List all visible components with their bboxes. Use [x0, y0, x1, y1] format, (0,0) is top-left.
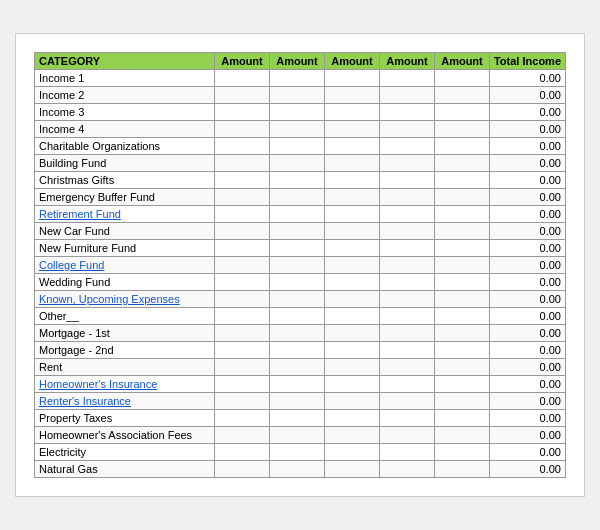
- amount-cell[interactable]: [324, 121, 379, 138]
- amount-cell[interactable]: [379, 121, 434, 138]
- amount-cell[interactable]: [324, 70, 379, 87]
- amount-cell[interactable]: [434, 189, 489, 206]
- amount-cell[interactable]: [324, 342, 379, 359]
- amount-cell[interactable]: [214, 155, 269, 172]
- amount-cell[interactable]: [379, 342, 434, 359]
- amount-cell[interactable]: [379, 172, 434, 189]
- amount-cell[interactable]: [379, 274, 434, 291]
- amount-cell[interactable]: [434, 121, 489, 138]
- amount-cell[interactable]: [379, 410, 434, 427]
- amount-cell[interactable]: [324, 138, 379, 155]
- amount-cell[interactable]: [269, 393, 324, 410]
- amount-cell[interactable]: [214, 172, 269, 189]
- amount-cell[interactable]: [324, 87, 379, 104]
- amount-cell[interactable]: [324, 189, 379, 206]
- amount-cell[interactable]: [379, 70, 434, 87]
- amount-cell[interactable]: [434, 461, 489, 478]
- amount-cell[interactable]: [434, 376, 489, 393]
- amount-cell[interactable]: [269, 410, 324, 427]
- amount-cell[interactable]: [269, 274, 324, 291]
- amount-cell[interactable]: [379, 87, 434, 104]
- amount-cell[interactable]: [379, 325, 434, 342]
- amount-cell[interactable]: [324, 172, 379, 189]
- amount-cell[interactable]: [434, 410, 489, 427]
- amount-cell[interactable]: [324, 444, 379, 461]
- amount-cell[interactable]: [324, 240, 379, 257]
- amount-cell[interactable]: [379, 427, 434, 444]
- amount-cell[interactable]: [214, 240, 269, 257]
- amount-cell[interactable]: [434, 206, 489, 223]
- amount-cell[interactable]: [434, 257, 489, 274]
- amount-cell[interactable]: [214, 121, 269, 138]
- amount-cell[interactable]: [434, 444, 489, 461]
- amount-cell[interactable]: [269, 257, 324, 274]
- amount-cell[interactable]: [324, 427, 379, 444]
- amount-cell[interactable]: [269, 308, 324, 325]
- amount-cell[interactable]: [379, 104, 434, 121]
- amount-cell[interactable]: [434, 240, 489, 257]
- amount-cell[interactable]: [434, 274, 489, 291]
- amount-cell[interactable]: [214, 393, 269, 410]
- amount-cell[interactable]: [269, 291, 324, 308]
- amount-cell[interactable]: [269, 138, 324, 155]
- amount-cell[interactable]: [214, 342, 269, 359]
- amount-cell[interactable]: [379, 376, 434, 393]
- amount-cell[interactable]: [324, 291, 379, 308]
- amount-cell[interactable]: [324, 410, 379, 427]
- category-link[interactable]: Known, Upcoming Expenses: [39, 293, 180, 305]
- category-link[interactable]: Retirement Fund: [39, 208, 121, 220]
- amount-cell[interactable]: [269, 376, 324, 393]
- amount-cell[interactable]: [324, 257, 379, 274]
- amount-cell[interactable]: [214, 189, 269, 206]
- amount-cell[interactable]: [324, 155, 379, 172]
- amount-cell[interactable]: [214, 87, 269, 104]
- amount-cell[interactable]: [434, 291, 489, 308]
- amount-cell[interactable]: [269, 444, 324, 461]
- amount-cell[interactable]: [269, 342, 324, 359]
- amount-cell[interactable]: [324, 223, 379, 240]
- amount-cell[interactable]: [269, 359, 324, 376]
- amount-cell[interactable]: [434, 223, 489, 240]
- amount-cell[interactable]: [434, 359, 489, 376]
- amount-cell[interactable]: [214, 104, 269, 121]
- amount-cell[interactable]: [379, 444, 434, 461]
- amount-cell[interactable]: [379, 291, 434, 308]
- amount-cell[interactable]: [214, 308, 269, 325]
- amount-cell[interactable]: [379, 240, 434, 257]
- amount-cell[interactable]: [379, 189, 434, 206]
- amount-cell[interactable]: [434, 427, 489, 444]
- amount-cell[interactable]: [269, 87, 324, 104]
- amount-cell[interactable]: [379, 223, 434, 240]
- amount-cell[interactable]: [214, 274, 269, 291]
- amount-cell[interactable]: [269, 121, 324, 138]
- amount-cell[interactable]: [214, 376, 269, 393]
- amount-cell[interactable]: [214, 223, 269, 240]
- amount-cell[interactable]: [214, 461, 269, 478]
- amount-cell[interactable]: [214, 257, 269, 274]
- amount-cell[interactable]: [214, 138, 269, 155]
- amount-cell[interactable]: [214, 206, 269, 223]
- amount-cell[interactable]: [269, 104, 324, 121]
- amount-cell[interactable]: [434, 138, 489, 155]
- amount-cell[interactable]: [269, 172, 324, 189]
- amount-cell[interactable]: [434, 308, 489, 325]
- amount-cell[interactable]: [269, 223, 324, 240]
- amount-cell[interactable]: [214, 410, 269, 427]
- amount-cell[interactable]: [434, 325, 489, 342]
- amount-cell[interactable]: [214, 359, 269, 376]
- amount-cell[interactable]: [269, 189, 324, 206]
- amount-cell[interactable]: [214, 427, 269, 444]
- category-link[interactable]: College Fund: [39, 259, 104, 271]
- amount-cell[interactable]: [324, 359, 379, 376]
- amount-cell[interactable]: [379, 461, 434, 478]
- amount-cell[interactable]: [269, 70, 324, 87]
- amount-cell[interactable]: [379, 308, 434, 325]
- amount-cell[interactable]: [324, 308, 379, 325]
- amount-cell[interactable]: [434, 104, 489, 121]
- amount-cell[interactable]: [434, 393, 489, 410]
- amount-cell[interactable]: [324, 376, 379, 393]
- amount-cell[interactable]: [324, 206, 379, 223]
- amount-cell[interactable]: [434, 172, 489, 189]
- amount-cell[interactable]: [269, 240, 324, 257]
- amount-cell[interactable]: [214, 70, 269, 87]
